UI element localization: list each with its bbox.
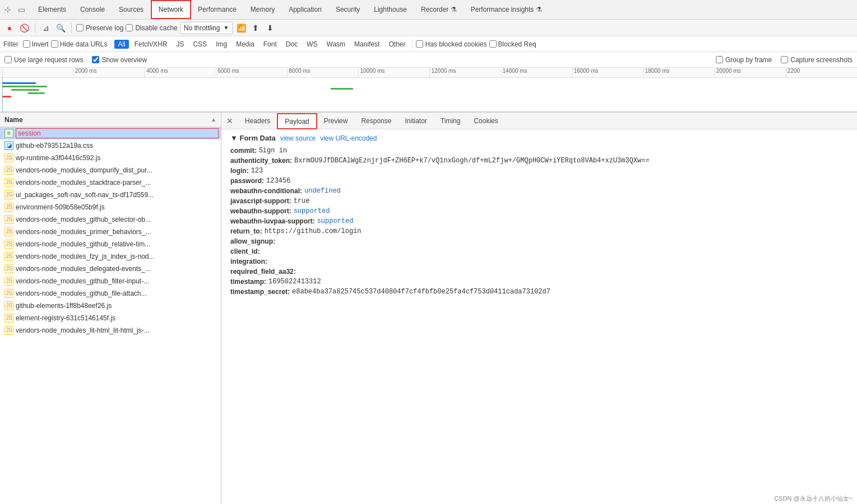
tab-console[interactable]: Console bbox=[73, 0, 112, 19]
doc-icon: ≡ bbox=[4, 129, 13, 138]
file-item-15[interactable]: JS element-registry-631c5146145f.js bbox=[0, 312, 221, 324]
toolbar-divider-2 bbox=[71, 23, 72, 33]
view-url-encoded-link[interactable]: view URL-encoded bbox=[320, 134, 377, 142]
payload-row-return-to: return_to: https://github.com/login bbox=[230, 227, 848, 235]
file-name-8: vendors-node_modules_primer_behaviors_..… bbox=[16, 228, 219, 236]
file-item-8[interactable]: JS vendors-node_modules_primer_behaviors… bbox=[0, 226, 221, 238]
timeline-area: 2000 ms 4000 ms 6000 ms 8000 ms 10000 ms… bbox=[0, 68, 857, 113]
tick-9: 18000 ms bbox=[643, 68, 715, 77]
detail-close-button[interactable]: ✕ bbox=[224, 115, 236, 127]
file-item-16[interactable]: JS vendors-node_modules_lit-html_lit-htm… bbox=[0, 324, 221, 337]
js-icon: JS bbox=[4, 203, 13, 212]
filter-type-fetchxhr[interactable]: Fetch/XHR bbox=[131, 40, 171, 49]
file-name-11: vendors-node_modules_delegated-events_..… bbox=[16, 265, 219, 273]
payload-content[interactable]: ▼ Form Data view source view URL-encoded… bbox=[221, 129, 857, 504]
disable-cache-checkbox[interactable]: Disable cache bbox=[126, 24, 177, 32]
tab-network[interactable]: Network bbox=[151, 0, 191, 19]
payload-row-authenticity: authenticity_token: BxrmOU9JfDBCAlWgEznj… bbox=[230, 157, 848, 165]
device-icon[interactable]: ▭ bbox=[16, 4, 27, 15]
filter-divider2 bbox=[412, 40, 413, 49]
has-blocked-cookies-checkbox[interactable]: Has blocked cookies bbox=[416, 40, 487, 48]
download-icon[interactable]: ⬇ bbox=[264, 22, 276, 34]
search-icon[interactable]: 🔍 bbox=[54, 22, 67, 34]
file-item-session[interactable]: ≡ session bbox=[0, 127, 221, 139]
file-item-6[interactable]: JS environment-509b58e05b9f.js bbox=[0, 201, 221, 213]
timeline-ruler: 2000 ms 4000 ms 6000 ms 8000 ms 10000 ms… bbox=[0, 68, 857, 78]
file-item-11[interactable]: JS vendors-node_modules_delegated-events… bbox=[0, 263, 221, 275]
file-name-7: vendors-node_modules_github_selector-ob.… bbox=[16, 216, 219, 223]
preserve-log-checkbox[interactable]: Preserve log bbox=[76, 24, 123, 32]
inspect-icon[interactable]: ⊹ bbox=[2, 4, 13, 15]
record-button[interactable]: ● bbox=[3, 22, 16, 34]
file-name-session: session bbox=[16, 128, 219, 138]
filter-type-media[interactable]: Media bbox=[233, 40, 258, 49]
file-item-1[interactable]: ◪ github-eb793512a19a.css bbox=[0, 139, 221, 152]
file-item-5[interactable]: JS ui_packages_soft-nav_soft-nav_ts-df17… bbox=[0, 189, 221, 201]
file-item-7[interactable]: JS vendors-node_modules_github_selector-… bbox=[0, 213, 221, 226]
tick-8: 16000 ms bbox=[572, 68, 643, 77]
tab-recorder[interactable]: Recorder ⚗ bbox=[414, 0, 464, 19]
filter-type-img[interactable]: Img bbox=[212, 40, 230, 49]
file-name-14: github-elements-1ff8b48eef26.js bbox=[16, 302, 219, 310]
hide-data-urls-checkbox[interactable]: Hide data URLs bbox=[51, 40, 108, 48]
file-item-9[interactable]: JS vendors-node_modules_github_relative-… bbox=[0, 238, 221, 250]
tab-elements[interactable]: Elements bbox=[31, 0, 73, 19]
filter-type-font[interactable]: Font bbox=[260, 40, 280, 49]
detail-tab-cookies[interactable]: Cookies bbox=[467, 113, 504, 129]
filter-type-css[interactable]: CSS bbox=[189, 40, 210, 49]
file-item-10[interactable]: JS vendors-node_modules_fzy_js_index_js-… bbox=[0, 250, 221, 263]
filter-type-all[interactable]: All bbox=[114, 40, 128, 49]
js-icon: JS bbox=[4, 314, 13, 323]
group-by-frame-checkbox[interactable]: Group by frame bbox=[716, 56, 772, 64]
file-name-1: github-eb793512a19a.css bbox=[16, 142, 219, 150]
clear-button[interactable]: 🚫 bbox=[18, 22, 30, 34]
tab-lighthouse[interactable]: Lighthouse bbox=[367, 0, 414, 19]
upload-icon[interactable]: ⬆ bbox=[249, 22, 262, 34]
tab-performance-insights[interactable]: Performance insights ⚗ bbox=[464, 0, 549, 19]
wifi-icon[interactable]: 📶 bbox=[235, 22, 247, 34]
tl-bar-2 bbox=[11, 89, 39, 91]
filter-icon[interactable]: ⊿ bbox=[40, 22, 52, 34]
show-overview-checkbox[interactable]: Show overview bbox=[92, 56, 147, 64]
tl-bar-mid bbox=[331, 88, 353, 90]
file-item-12[interactable]: JS vendors-node_modules_github_filter-in… bbox=[0, 275, 221, 287]
detail-tab-response[interactable]: Response bbox=[354, 113, 398, 129]
filter-type-doc[interactable]: Doc bbox=[282, 40, 301, 49]
js-icon: JS bbox=[4, 289, 13, 298]
invert-checkbox[interactable]: Invert bbox=[23, 40, 49, 48]
file-item-14[interactable]: JS github-elements-1ff8b48eef26.js bbox=[0, 300, 221, 312]
file-item-13[interactable]: JS vendors-node_modules_github_file-atta… bbox=[0, 287, 221, 300]
filter-type-js[interactable]: JS bbox=[173, 40, 187, 49]
tick-4: 8000 ms bbox=[287, 68, 358, 77]
tl-vline bbox=[2, 78, 3, 113]
filter-type-manifest[interactable]: Manifest bbox=[351, 40, 383, 49]
js-icon: JS bbox=[4, 252, 13, 261]
capture-screenshots-checkbox[interactable]: Capture screenshots bbox=[781, 56, 853, 64]
view-source-link[interactable]: view source bbox=[280, 134, 316, 142]
filter-type-other[interactable]: Other bbox=[385, 40, 409, 49]
detail-tab-initiator[interactable]: Initiator bbox=[398, 113, 433, 129]
blocked-req-checkbox[interactable]: Blocked Req bbox=[489, 40, 536, 48]
devtools-tab-bar: ⊹ ▭ Elements Console Sources Network Per… bbox=[0, 0, 857, 20]
payload-row-commit: commit: Sign in bbox=[230, 147, 848, 155]
file-list-scroll[interactable]: ≡ session ◪ github-eb793512a19a.css JS w… bbox=[0, 127, 221, 504]
detail-tab-headers[interactable]: Headers bbox=[238, 113, 277, 129]
detail-tab-preview[interactable]: Preview bbox=[317, 113, 355, 129]
file-item-3[interactable]: JS vendors-node_modules_dompurify_dist_p… bbox=[0, 164, 221, 176]
tab-application[interactable]: Application bbox=[282, 0, 329, 19]
file-name-3: vendors-node_modules_dompurify_dist_pur.… bbox=[16, 166, 219, 174]
tab-sources[interactable]: Sources bbox=[112, 0, 151, 19]
filter-type-wasm[interactable]: Wasm bbox=[323, 40, 349, 49]
js-icon: JS bbox=[4, 240, 13, 249]
use-large-rows-checkbox[interactable]: Use large request rows bbox=[4, 56, 83, 64]
file-item-4[interactable]: JS vendors-node_modules_stacktrace-parse… bbox=[0, 176, 221, 189]
tab-memory[interactable]: Memory bbox=[244, 0, 282, 19]
tab-security[interactable]: Security bbox=[329, 0, 367, 19]
tab-performance[interactable]: Performance bbox=[191, 0, 244, 19]
detail-tab-timing[interactable]: Timing bbox=[434, 113, 467, 129]
detail-tab-payload[interactable]: Payload bbox=[277, 113, 317, 129]
throttling-dropdown[interactable]: No throttling ▼ bbox=[180, 22, 233, 34]
filter-type-ws[interactable]: WS bbox=[303, 40, 321, 49]
file-item-2[interactable]: JS wp-runtime-a3f04416c592.js bbox=[0, 152, 221, 164]
js-icon: JS bbox=[4, 153, 13, 162]
